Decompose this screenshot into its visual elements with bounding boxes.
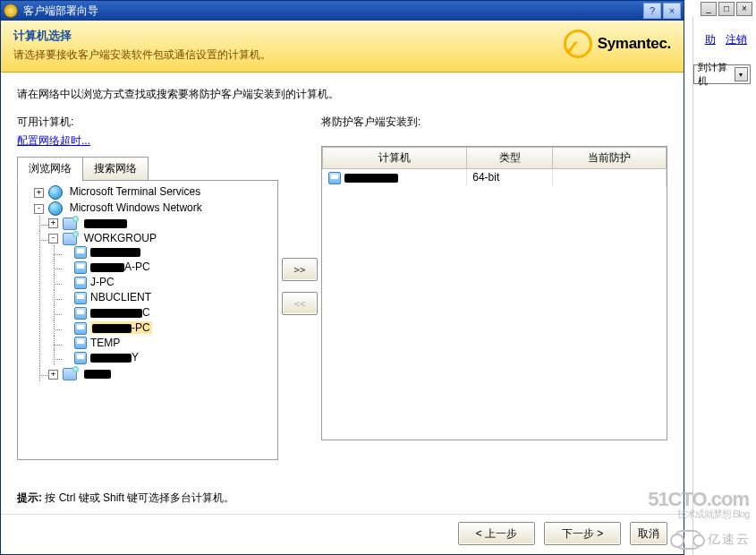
bg-scope-combo-text: 到计算机 [698,61,735,88]
available-computers-label: 可用计算机: [17,115,278,130]
expand-icon[interactable]: + [34,188,44,198]
cancel-button[interactable]: 取消 [630,522,667,545]
tree-node-pc[interactable]: Y [63,350,276,365]
configure-timeout-link[interactable]: 配置网络超时... [17,133,90,149]
instruction-text: 请在网络中以浏览方式查找或搜索要将防护客户端安装到的计算机。 [17,87,667,102]
brand-text: Symantec. [598,35,671,53]
network-tree[interactable]: + Microsoft Terminal Services - Microsof… [17,180,278,460]
tree-label: WORKGROUP [84,232,157,244]
watermark-51cto: 51CTO.com 技术成就梦想 Blog [648,490,749,519]
computer-icon [74,292,87,304]
selected-computers-grid[interactable]: 计算机 类型 当前防护 64-bit [321,146,667,440]
window-title: 客户端部署向导 [23,4,641,19]
workgroup-icon [63,233,77,245]
bg-maximize-button[interactable]: □ [718,2,735,16]
wizard-banner: 计算机选择 请选择要接收客户端安装软件包或通信设置的计算机。 Symantec. [1,21,684,73]
expand-icon[interactable]: + [48,370,58,380]
back-button[interactable]: < 上一步 [458,522,535,545]
remove-button[interactable]: << [282,292,318,315]
redacted-text [84,219,127,228]
tree-node-pc[interactable] [63,245,276,260]
help-button[interactable]: ? [643,3,661,19]
collapse-icon[interactable]: - [48,234,58,243]
client-deploy-wizard-dialog: 客户端部署向导 ? × 计算机选择 请选择要接收客户端安装软件包或通信设置的计算… [0,0,684,555]
tree-node-windows-network[interactable]: - Microsoft Windows Network + [34,201,276,382]
close-button[interactable]: × [663,3,681,19]
tree-label: A-PC [124,260,150,273]
redacted-text [90,354,132,363]
col-header-protection[interactable]: 当前防护 [553,148,667,169]
chevron-down-icon: ▾ [735,67,748,81]
tree-node-pc[interactable]: TEMP [63,336,276,351]
redacted-text [90,309,142,318]
redacted-text [90,248,140,257]
redacted-text [92,324,132,333]
app-icon [4,4,18,18]
computer-icon [328,172,341,184]
tree-node-pc[interactable]: NBUCLIENT [63,290,276,305]
tree-label: Microsoft Terminal Services [70,185,200,198]
tree-label: NBUCLIENT [90,291,151,303]
table-row[interactable]: 64-bit [323,169,667,186]
tab-browse-network[interactable]: 浏览网络 [17,157,83,181]
tree-node-domain-1[interactable]: + [48,216,276,231]
titlebar: 客户端部署向导 ? × [1,1,684,21]
symantec-check-icon [564,30,592,58]
col-header-type[interactable]: 类型 [467,148,553,169]
bg-minimize-button[interactable]: _ [701,2,717,16]
bg-logout-link[interactable]: 注销 [726,33,747,46]
tree-node-terminal-services[interactable]: + Microsoft Terminal Services [34,184,276,201]
separator [1,514,684,515]
workgroup-icon [63,218,77,230]
bg-help-link[interactable]: 助 [705,33,716,46]
install-to-label: 将防护客户端安装到: [321,115,667,130]
tree-node-pc[interactable]: A-PC [63,260,276,275]
computer-icon [74,261,87,274]
tree-node-workgroup[interactable]: - WORKGROUP A-PC J-PC NBUCLIENT [48,231,276,366]
tree-label: TEMP [90,337,120,349]
bg-scope-combo[interactable]: 到计算机 ▾ [693,64,751,84]
bg-close-button[interactable]: × [736,2,752,16]
cell-type: 64-bit [467,169,553,186]
expand-icon[interactable]: + [48,218,58,228]
computer-icon [74,337,87,349]
cell-protection [553,169,667,186]
next-button[interactable]: 下一步 > [544,522,621,545]
computer-icon [74,322,87,335]
tree-node-pc[interactable]: J-PC [63,275,276,290]
tree-label: J-PC [90,276,115,288]
computer-icon [74,307,87,320]
tree-node-domain-2[interactable]: + [48,366,276,381]
collapse-icon[interactable]: - [34,204,44,214]
col-header-computer[interactable]: 计算机 [323,148,467,169]
tree-node-pc-selected[interactable]: -PC [63,320,276,336]
cloud-icon [674,530,702,550]
watermark-yisu: 亿速云 [674,530,751,550]
redacted-text [90,263,124,272]
tree-label: -PC [132,321,150,334]
redacted-text [344,174,398,183]
redacted-text [84,370,111,379]
computer-icon [74,277,87,289]
tab-search-network[interactable]: 搜索网络 [82,157,149,181]
background-panel [692,16,756,555]
add-button[interactable]: >> [282,258,318,281]
tree-node-pc[interactable]: C [63,305,276,320]
globe-icon [48,201,63,216]
tree-label: Microsoft Windows Network [70,201,202,214]
globe-icon [48,185,63,200]
computer-icon [74,246,87,259]
computer-icon [74,352,87,364]
brand-logo: Symantec. [564,30,671,58]
hint-text: 提示: 按 Ctrl 键或 Shift 键可选择多台计算机。 [17,491,234,506]
workgroup-icon [63,368,77,380]
